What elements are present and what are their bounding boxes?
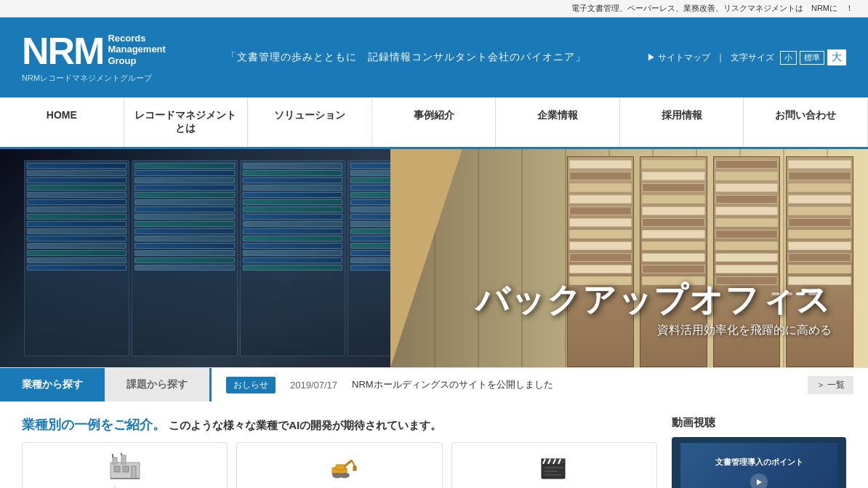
video-section: 動画視聴 文書管理導入のポイント [672,416,846,488]
header-right: ▶ サイトマップ ｜ 文字サイズ 小 標準 大 [647,49,846,65]
font-size-label: 文字サイズ [731,52,774,64]
logo-nrm[interactable]: NRM [22,32,103,70]
logo-main: NRM Records Management Group [22,32,166,70]
hero-overlay: バックアップオフィス 資料活用効率化を飛躍的に高める [475,281,832,338]
nav-recruit[interactable]: 採用情報 [620,97,744,147]
hero-subtitle: 資料活用効率化を飛躍的に高める [475,323,832,338]
svg-rect-3 [132,466,136,479]
hero-title: バックアップオフィス [475,281,832,319]
news-more-button[interactable]: ＞ 一覧 [808,376,853,394]
top-bar-text: 電子文書管理、ペーパーレス、業務改善、リスクマネジメントは NRMに ！ [571,4,853,12]
industry-card-broadcast[interactable]: 放送・制作 [451,442,657,488]
dot-3 [796,292,805,295]
font-size-controls: 小 標準 大 [780,49,846,65]
tab-news-bar: 業種から探す 課題から探す おしらせ 2019/07/17 NRMホールディング… [0,367,868,401]
nav-solutions[interactable]: ソリューション [248,97,372,147]
video-thumbnail[interactable]: 文書管理導入のポイント [672,437,846,488]
font-normal-button[interactable]: 標準 [800,51,824,65]
logo-line3: Group [108,55,165,67]
tab-challenge[interactable]: 課題から探す [105,368,209,401]
construction-icon [321,452,358,481]
server-rack [24,160,454,356]
hero-dots [771,292,817,295]
nav-contact[interactable]: お問い合わせ [744,97,868,147]
svg-rect-1 [114,466,120,472]
section-title-strong: 業種別の一例をご紹介。 [22,417,166,432]
main-nav: HOME レコードマネジメントとは ソリューション 事例紹介 企業情報 採用情報… [0,97,868,149]
news-bar: おしらせ 2019/07/17 NRMホールディングスのサイトを公開しました ＞… [209,368,868,401]
factory-icon [107,452,143,481]
svg-line-11 [345,460,352,466]
tab-industry[interactable]: 業種から探す [0,368,105,401]
video-play-button[interactable] [750,473,768,489]
nav-home[interactable]: HOME [0,97,124,147]
header-tagline: 「文書管理の歩みとともに 記録情報コンサルタント会社のパイオニア」 [166,51,647,64]
industry-card-plant[interactable]: プラント （製造・設備） [22,442,228,488]
nav-cases[interactable]: 事例紹介 [372,97,497,147]
header: NRM Records Management Group NRMレコードマネジメ… [0,17,868,97]
font-small-button[interactable]: 小 [780,51,797,65]
svg-rect-10 [336,465,345,470]
news-text: NRMホールディングスのサイトを公開しました [352,378,553,391]
nav-company[interactable]: 企業情報 [496,97,620,147]
broadcast-icon [536,452,572,481]
logo-area: NRM Records Management Group NRMレコードマネジメ… [22,32,166,84]
dot-4 [808,292,817,295]
top-bar: 電子文書管理、ペーパーレス、業務改善、リスクマネジメントは NRMに ！ [0,0,868,17]
hero-section: バックアップオフィス 資料活用効率化を飛躍的に高める [0,149,868,367]
svg-rect-15 [333,473,349,476]
svg-rect-2 [123,466,129,472]
section-title-rest: このような様々な業種でAIの開発が期待されています。 [169,419,441,431]
font-large-button[interactable]: 大 [827,49,846,65]
section-title: 業種別の一例をご紹介。 このような様々な業種でAIの開発が期待されています。 [22,416,657,433]
video-thumb-inner: 文書管理導入のポイント [680,443,837,489]
news-date: 2019/07/17 [290,380,337,391]
svg-rect-4 [113,457,117,464]
industry-section: 業種別の一例をご紹介。 このような様々な業種でAIの開発が期待されています。 [22,416,657,488]
industry-cards: プラント （製造・設備） [22,442,657,488]
dot-1 [771,292,780,295]
svg-line-12 [352,460,355,466]
logo-line2: Management [108,44,165,55]
bottom-section: 業種別の一例をご紹介。 このような様々な業種でAIの開発が期待されています。 [0,401,868,488]
video-title: 動画視聴 [672,416,846,430]
news-badge: おしらせ [226,377,276,393]
sitemap-link[interactable]: ▶ サイトマップ [647,52,710,64]
nav-records[interactable]: レコードマネジメントとは [124,97,249,147]
svg-rect-5 [121,455,126,464]
video-thumb-title: 文書管理導入のポイント [715,457,803,468]
logo-sub: NRMレコードマネジメントグループ [22,73,166,84]
svg-rect-16 [542,463,565,479]
dot-2 [784,292,792,295]
svg-marker-25 [757,479,762,485]
logo-line1: Records [108,33,165,44]
logo-text-block: Records Management Group [108,33,165,67]
industry-card-construction[interactable]: 建設 [236,442,442,488]
